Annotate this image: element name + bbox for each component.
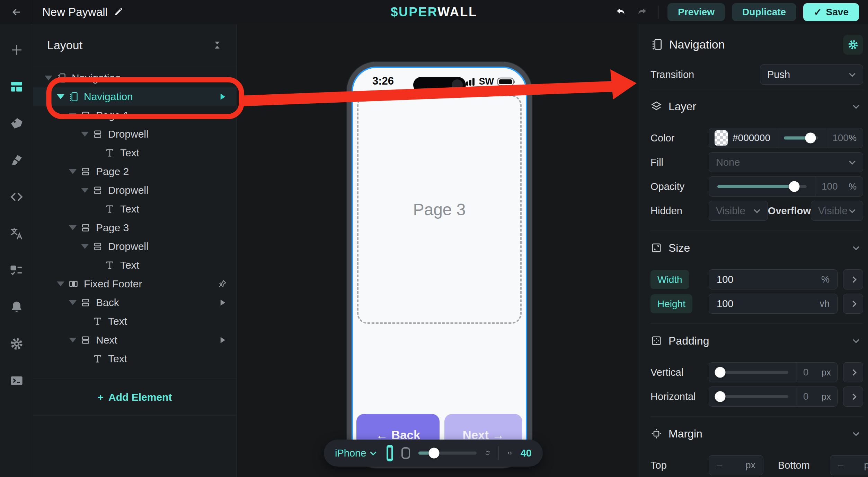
caret-down-icon[interactable]	[42, 76, 55, 80]
opacity-percent-field[interactable]: 100 %	[815, 177, 863, 196]
code-icon[interactable]	[507, 447, 512, 459]
caret-down-icon[interactable]	[66, 169, 79, 174]
caret-down-icon[interactable]	[66, 113, 79, 118]
hidden-select[interactable]: Visible	[709, 201, 768, 221]
tree-item-label: Text	[108, 353, 227, 365]
caret-down-icon[interactable]	[54, 281, 67, 286]
padding-vertical-slider[interactable]	[717, 367, 788, 378]
tree-row-text[interactable]: Text	[33, 349, 236, 368]
caret-down-icon[interactable]	[66, 225, 79, 230]
play-icon[interactable]	[218, 92, 227, 102]
height-expand-button[interactable]	[843, 294, 863, 314]
tree-row-text[interactable]: Text	[33, 200, 236, 218]
save-button[interactable]: ✓Save	[803, 3, 859, 21]
fill-row: Fill None	[650, 152, 863, 172]
fill-select[interactable]: None	[709, 152, 863, 172]
padding-horizontal-field[interactable]: 0 px	[797, 387, 837, 406]
padding-horizontal-slider[interactable]	[717, 391, 788, 402]
color-alpha-slider[interactable]	[784, 133, 818, 143]
margin-top-input[interactable]: – px	[709, 455, 763, 475]
rail-code-icon[interactable]	[6, 186, 28, 208]
tree-row-navigation[interactable]: Navigation	[33, 87, 236, 106]
rail-translate-icon[interactable]	[6, 223, 28, 245]
padding-vertical-expand-button[interactable]	[843, 362, 863, 382]
rail-add-icon[interactable]	[6, 39, 28, 61]
phone-screen[interactable]: 3:26 SW Page 3 ← Back Next →	[352, 67, 527, 463]
color-hex-value[interactable]: #000000	[733, 132, 770, 144]
tree-row-fixed-footer[interactable]: Fixed Footer	[33, 275, 236, 293]
caret-down-icon[interactable]	[54, 94, 67, 99]
back-button[interactable]	[0, 0, 33, 24]
transition-select[interactable]: Push	[760, 64, 863, 85]
device-selector[interactable]: iPhone	[335, 448, 375, 459]
tree-row-dropwell[interactable]: Dropwell	[33, 181, 236, 200]
element-settings-button[interactable]	[843, 35, 863, 55]
caret-down-icon[interactable]	[78, 132, 91, 137]
rail-bell-icon[interactable]	[6, 296, 28, 318]
undo-button[interactable]	[614, 5, 628, 19]
tree-row-text[interactable]: Text	[33, 312, 236, 331]
edit-pencil-icon[interactable]	[113, 7, 123, 17]
preview-button[interactable]: Preview	[667, 3, 725, 21]
width-badge[interactable]: Width	[650, 270, 689, 289]
stack-icon	[79, 296, 92, 309]
tree-item-label: Dropwell	[108, 241, 227, 252]
tree-row-back[interactable]: Back	[33, 293, 236, 312]
tree-row-page-3[interactable]: Page 3	[33, 218, 236, 237]
play-icon[interactable]	[218, 298, 227, 307]
status-time: 3:26	[372, 75, 394, 87]
padding-horizontal-expand-button[interactable]	[843, 387, 863, 407]
tree-row-page-1[interactable]: Page 1	[33, 106, 236, 125]
add-element-button[interactable]: + Add Element	[33, 379, 236, 416]
tree-row-next[interactable]: Next	[33, 331, 236, 349]
overflow-select[interactable]: Visible	[811, 201, 863, 221]
zoom-value[interactable]: 40	[521, 448, 532, 459]
color-swatch[interactable]	[715, 130, 728, 146]
hidden-overflow-row: Hidden Visible Overflow Visible	[650, 201, 863, 221]
page-dropzone[interactable]: Page 3	[357, 95, 522, 324]
caret-down-icon[interactable]	[66, 300, 79, 305]
width-expand-button[interactable]	[843, 269, 863, 289]
rail-brush-icon[interactable]	[6, 149, 28, 171]
document-title-wrap[interactable]: New Paywall	[33, 6, 123, 19]
rail-gear-icon[interactable]	[6, 333, 28, 355]
pin-icon[interactable]	[218, 279, 227, 289]
height-input[interactable]: 100 vh	[709, 294, 838, 314]
landscape-mode-icon[interactable]	[401, 447, 410, 459]
rail-layout-icon[interactable]	[6, 76, 28, 98]
tree-row-navigation[interactable]: Navigation	[33, 69, 236, 87]
play-icon[interactable]	[218, 335, 227, 345]
opacity-slider[interactable]	[717, 181, 807, 192]
color-swatch-field[interactable]: #000000	[709, 128, 776, 148]
color-percent-field[interactable]: 100 %	[826, 128, 863, 148]
padding-vertical-field[interactable]: 0 px	[797, 363, 837, 382]
tree-row-dropwell[interactable]: Dropwell	[33, 125, 236, 144]
tree-row-text[interactable]: Text	[33, 144, 236, 162]
stack-icon	[79, 334, 92, 346]
battery-icon	[497, 77, 516, 86]
tree-row-dropwell[interactable]: Dropwell	[33, 237, 236, 256]
refresh-icon[interactable]	[485, 447, 490, 459]
redo-button[interactable]	[635, 5, 649, 19]
tree-row-text[interactable]: Text	[33, 256, 236, 275]
text-icon	[104, 147, 116, 159]
rail-tasks-icon[interactable]	[6, 259, 28, 281]
caret-down-icon[interactable]	[78, 244, 91, 249]
caret-down-icon[interactable]	[78, 188, 91, 193]
caret-down-icon[interactable]	[66, 338, 79, 342]
canvas-zoom-slider[interactable]	[418, 448, 477, 458]
stack-icon	[91, 240, 104, 253]
padding-section-header[interactable]: Padding	[650, 331, 863, 351]
height-badge[interactable]: Height	[650, 294, 692, 313]
margin-bottom-input[interactable]: – px	[830, 455, 868, 475]
duplicate-button[interactable]: Duplicate	[732, 3, 796, 21]
rail-tag-icon[interactable]	[6, 112, 28, 135]
width-input[interactable]: 100 %	[709, 269, 838, 289]
tree-row-page-2[interactable]: Page 2	[33, 162, 236, 181]
size-section-header[interactable]: Size	[650, 238, 863, 258]
collapse-all-icon[interactable]	[212, 40, 222, 50]
margin-section-header[interactable]: Margin	[650, 424, 863, 444]
rail-terminal-icon[interactable]	[6, 370, 28, 392]
layer-section-header[interactable]: Layer	[650, 96, 863, 116]
portrait-mode-icon[interactable]	[387, 445, 393, 461]
